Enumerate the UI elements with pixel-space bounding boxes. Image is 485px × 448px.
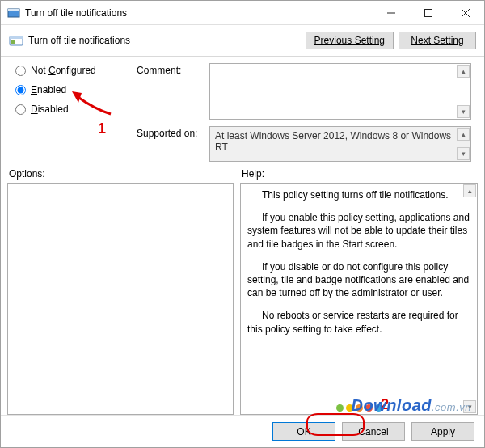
next-setting-button[interactable]: Next Setting: [399, 32, 476, 49]
previous-setting-button[interactable]: Previous Setting: [306, 32, 394, 49]
policy-icon: [9, 33, 23, 48]
close-button[interactable]: [447, 1, 484, 25]
comment-textarea[interactable]: ▴ ▾: [209, 63, 471, 120]
comment-row: Comment: ▴ ▾: [137, 63, 471, 120]
radio-not-configured[interactable]: Not Configured: [15, 65, 137, 76]
radio-not-configured-label: Not Configured: [31, 65, 96, 76]
radio-disabled[interactable]: Disabled: [15, 104, 137, 115]
help-column: Help: This policy setting turns off tile…: [240, 167, 478, 415]
options-panel: [7, 183, 234, 415]
radio-disabled-label: Disabled: [31, 104, 69, 115]
minimize-button[interactable]: [373, 1, 410, 25]
help-paragraph: If you disable or do not configure this …: [247, 260, 470, 300]
supported-on-box: At least Windows Server 2012, Windows 8 …: [209, 126, 471, 162]
apply-button[interactable]: Apply: [411, 422, 474, 441]
radio-enabled-label: Enabled: [31, 84, 66, 95]
help-label: Help:: [242, 168, 478, 180]
help-paragraph: No reboots or service restarts are requi…: [247, 309, 470, 335]
scroll-up-icon[interactable]: ▴: [463, 184, 476, 197]
comment-label: Comment:: [137, 63, 203, 120]
svg-rect-8: [11, 40, 15, 44]
svg-rect-7: [10, 36, 23, 39]
config-area: Not Configured Enabled Disabled Comment:…: [1, 57, 484, 167]
scroll-down-icon[interactable]: ▾: [457, 147, 470, 160]
supported-on-value: At least Windows Server 2012, Windows 8 …: [215, 130, 451, 153]
help-panel: This policy setting turns off tile notif…: [240, 183, 478, 415]
app-icon: [7, 6, 20, 19]
dialog-window: Turn off tile notifications Turn off til…: [0, 0, 485, 448]
cancel-button[interactable]: Cancel: [342, 422, 405, 441]
button-bar: OK Cancel Apply: [1, 415, 484, 447]
window-title: Turn off tile notifications: [25, 7, 127, 19]
options-column: Options:: [7, 167, 234, 415]
supported-on-label: Supported on:: [137, 126, 203, 162]
help-paragraph: If you enable this policy setting, appli…: [247, 211, 470, 251]
watermark-suffix: .com.vn: [432, 401, 471, 413]
ok-button[interactable]: OK: [272, 422, 335, 441]
policy-title: Turn off tile notifications: [28, 35, 130, 46]
scroll-up-icon[interactable]: ▴: [457, 65, 470, 78]
options-label: Options:: [9, 168, 234, 180]
radio-enabled[interactable]: Enabled: [15, 84, 137, 95]
scroll-up-icon[interactable]: ▴: [457, 128, 470, 141]
svg-rect-3: [425, 9, 432, 16]
watermark: Download.com.vn: [351, 396, 471, 415]
subheader: Turn off tile notifications Previous Set…: [1, 25, 484, 53]
state-radio-group: Not Configured Enabled Disabled: [15, 63, 137, 162]
maximize-button[interactable]: [410, 1, 447, 25]
scroll-down-icon[interactable]: ▾: [457, 105, 470, 118]
radio-enabled-input[interactable]: [15, 85, 26, 95]
supported-on-row: Supported on: At least Windows Server 20…: [137, 126, 471, 162]
svg-rect-1: [8, 9, 19, 11]
radio-not-configured-input[interactable]: [15, 66, 26, 76]
radio-disabled-input[interactable]: [15, 104, 26, 115]
watermark-brand: Download: [351, 396, 432, 414]
titlebar: Turn off tile notifications: [1, 1, 484, 25]
help-paragraph: This policy setting turns off tile notif…: [247, 188, 470, 201]
columns: Options: Help: This policy setting turns…: [1, 167, 484, 415]
config-right-column: Comment: ▴ ▾ Supported on: At least Wind…: [137, 63, 478, 162]
